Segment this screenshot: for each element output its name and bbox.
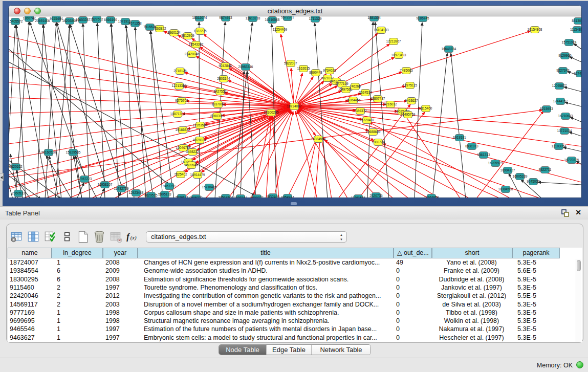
graph-node[interactable]: 9227343 xyxy=(556,68,570,74)
table-row[interactable]: 1872400712008Changes of HCN gene express… xyxy=(8,258,582,267)
graph-node[interactable]: 18312074 xyxy=(192,16,207,21)
graph-node[interactable]: 5572301 xyxy=(281,16,294,21)
column-header-name[interactable]: name xyxy=(8,248,52,258)
graph-node[interactable]: 9609948 xyxy=(185,162,198,169)
graph-node[interactable]: 20691406 xyxy=(35,18,50,25)
graph-node[interactable]: 9186745 xyxy=(416,16,429,22)
graph-node[interactable]: 15384554 xyxy=(311,136,326,143)
graph-node[interactable]: 12213967 xyxy=(386,38,401,45)
graph-node[interactable]: 1881304 xyxy=(367,16,381,21)
row-height-icon[interactable] xyxy=(60,230,74,244)
table-row[interactable]: 911546021997Tourette syndrome. Phenomeno… xyxy=(8,283,582,292)
select-columns-icon[interactable] xyxy=(43,230,57,244)
graph-node[interactable]: 9358924 xyxy=(281,194,294,198)
graph-node[interactable]: 16648784 xyxy=(442,46,456,53)
network-canvas[interactable]: 1872400723300295766382289601248912959132… xyxy=(9,16,581,198)
graph-node[interactable]: 1860742 xyxy=(23,16,36,22)
graph-node[interactable]: 15829535 xyxy=(66,149,81,156)
graph-node[interactable]: 3498222 xyxy=(186,149,199,156)
graph-node[interactable]: 19166822 xyxy=(176,127,190,134)
graph-node[interactable]: 12975115 xyxy=(403,82,418,89)
graph-node[interactable]: 9245032 xyxy=(527,179,540,185)
tab-network-table[interactable]: Network Table xyxy=(312,345,371,355)
graph-node[interactable]: 8912959 xyxy=(181,33,194,39)
graph-node[interactable]: 11261546 xyxy=(351,195,366,198)
graph-node[interactable]: 16203860 xyxy=(62,18,77,25)
graph-node[interactable]: 746266 xyxy=(350,83,361,90)
graph-node[interactable]: 1162615 xyxy=(297,65,310,72)
graph-node[interactable]: 1711329 xyxy=(309,16,322,23)
table-settings-icon[interactable] xyxy=(10,230,23,244)
graph-node[interactable]: 7485063 xyxy=(400,68,413,74)
column-header-pagerank[interactable]: pagerank xyxy=(512,248,560,258)
graph-node[interactable]: 10154808 xyxy=(528,27,542,33)
graph-node[interactable]: 12095877 xyxy=(552,83,567,90)
graph-node[interactable]: 8215953 xyxy=(540,106,553,113)
graph-node[interactable]: 12103054 xyxy=(552,143,567,150)
split-pane-handle[interactable] xyxy=(291,202,297,205)
graph-node[interactable]: 1322275 xyxy=(193,28,207,35)
close-panel-icon[interactable]: ✕ xyxy=(575,208,581,216)
graph-node[interactable]: 20953346 xyxy=(238,64,253,71)
tab-edge-table[interactable]: Edge Table xyxy=(267,345,312,355)
graph-node[interactable]: 8760300 xyxy=(210,113,224,120)
graph-node[interactable]: 1188344 xyxy=(234,195,247,198)
graph-node[interactable]: 16209979 xyxy=(488,160,503,167)
graph-node[interactable]: 2060533 xyxy=(12,190,25,197)
graph-node[interactable]: 2803144 xyxy=(217,76,230,82)
graph-node[interactable]: 15405572 xyxy=(9,18,23,25)
graph-node[interactable]: 12444157 xyxy=(553,98,568,105)
scrollbar-thumb[interactable] xyxy=(577,260,581,271)
graph-node[interactable]: 11154808 xyxy=(570,27,581,33)
graph-node[interactable]: 8960124 xyxy=(167,30,181,36)
delete-table-icon[interactable] xyxy=(93,230,106,244)
graph-node[interactable]: 8931913 xyxy=(465,143,478,150)
graph-node[interactable]: 8813074 xyxy=(572,18,581,25)
graph-node[interactable]: 9674953 xyxy=(219,16,232,21)
show-columns-icon[interactable] xyxy=(27,230,40,244)
graph-node[interactable]: 9242848 xyxy=(219,63,232,70)
citation-network-graph[interactable]: 1872400723300295766382289601248912959132… xyxy=(9,16,581,198)
graph-node[interactable]: 12610218 xyxy=(246,16,260,22)
graph-node[interactable]: 9274723 xyxy=(574,71,581,77)
graph-node[interactable]: 5822037 xyxy=(284,60,297,67)
graph-node[interactable]: 9505733 xyxy=(189,195,203,198)
table-row[interactable]: 1938455462009Genome-wide association stu… xyxy=(8,267,582,275)
graph-node[interactable]: 26364456 xyxy=(346,97,361,104)
graph-node[interactable]: 16770325 xyxy=(564,157,579,164)
graph-node[interactable]: 10721034 xyxy=(557,128,572,135)
table-row[interactable]: 946554611997Estimation of the future num… xyxy=(8,325,582,334)
column-header-title[interactable]: title xyxy=(138,248,394,258)
graph-node[interactable]: 1880724 xyxy=(372,139,385,146)
tab-node-table[interactable]: Node Table xyxy=(219,345,267,355)
graph-node[interactable]: 12467059 xyxy=(424,194,439,198)
graph-node[interactable]: 5905133 xyxy=(158,191,171,198)
graph-node[interactable]: 2718126 xyxy=(173,68,187,75)
graph-node[interactable]: 16005339 xyxy=(513,173,528,180)
graph-node[interactable]: 8878334 xyxy=(193,137,206,144)
graph-node[interactable]: 15716485 xyxy=(202,184,217,191)
table-row[interactable]: 946362711997Embryonic stem cells: a mode… xyxy=(8,334,582,342)
graph-node[interactable]: 16210643 xyxy=(558,113,573,120)
table-selector-dropdown[interactable]: citations_edges.txt ▲▼ xyxy=(146,231,347,243)
table-scrollbar[interactable] xyxy=(576,259,581,342)
collapse-handle[interactable] xyxy=(0,173,4,181)
graph-node[interactable]: 15720407 xyxy=(360,117,375,124)
graph-node[interactable]: 7625402 xyxy=(174,171,187,178)
graph-node[interactable]: 10807487 xyxy=(371,96,385,102)
graph-node[interactable]: 23300295 xyxy=(264,110,279,116)
graph-node[interactable]: 26160520 xyxy=(41,149,56,156)
graph-node[interactable]: 7639113 xyxy=(176,194,188,198)
new-table-icon[interactable] xyxy=(76,230,90,244)
graph-node[interactable]: 8922711 xyxy=(539,167,552,173)
graph-node[interactable]: 10994127 xyxy=(500,167,515,174)
graph-node[interactable]: 9463627 xyxy=(405,98,418,104)
graph-node[interactable]: 16958107 xyxy=(98,182,113,188)
graph-node[interactable]: 8216012 xyxy=(384,101,397,108)
graph-node[interactable]: 10653287 xyxy=(76,17,91,24)
graph-node[interactable]: 16782759 xyxy=(114,186,129,192)
graph-node[interactable]: 18384568 xyxy=(498,186,513,193)
graph-node[interactable]: 15751074 xyxy=(562,39,577,46)
graph-node[interactable]: 9155494 xyxy=(50,16,63,23)
graph-node[interactable]: 22420046 xyxy=(185,51,200,58)
